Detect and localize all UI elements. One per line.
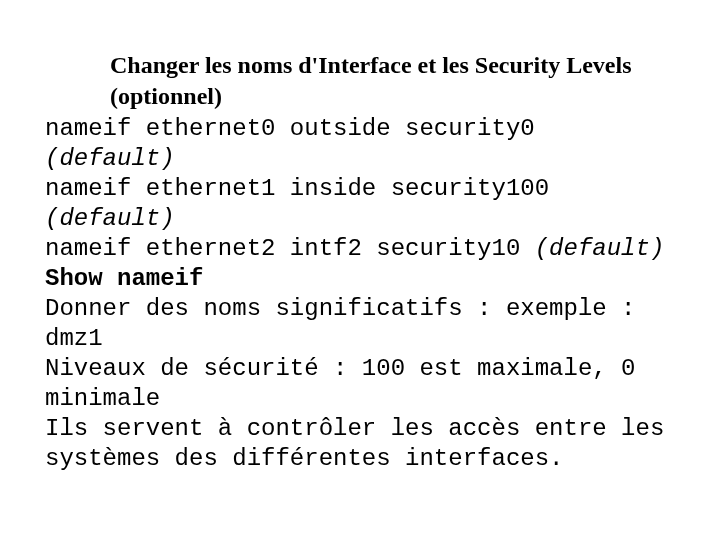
section-heading: Changer les noms d'Interface et les Secu… (110, 50, 675, 112)
default-label-3: (default) (535, 235, 665, 262)
default-label-1: (default) (45, 145, 175, 172)
cmd-eth1: nameif ethernet1 inside security100 (45, 175, 549, 202)
nameif-line-3: nameif ethernet2 intf2 security10 (defau… (45, 234, 675, 264)
note-purpose: Ils servent à contrôler les accès entre … (45, 414, 675, 474)
default-label-2: (default) (45, 205, 175, 232)
cmd-eth2: nameif ethernet2 intf2 security10 (45, 235, 520, 262)
note-levels: Niveaux de sécurité : 100 est maximale, … (45, 354, 675, 414)
show-nameif-line: Show nameif (45, 264, 675, 294)
note-names: Donner des noms significatifs : exemple … (45, 294, 675, 354)
document-page: Changer les noms d'Interface et les Secu… (0, 0, 720, 504)
cmd-eth0: nameif ethernet0 outside security0 (45, 115, 535, 142)
nameif-line-1: nameif ethernet0 outside security0 (defa… (45, 114, 675, 174)
nameif-line-2: nameif ethernet1 inside security100 (def… (45, 174, 675, 234)
